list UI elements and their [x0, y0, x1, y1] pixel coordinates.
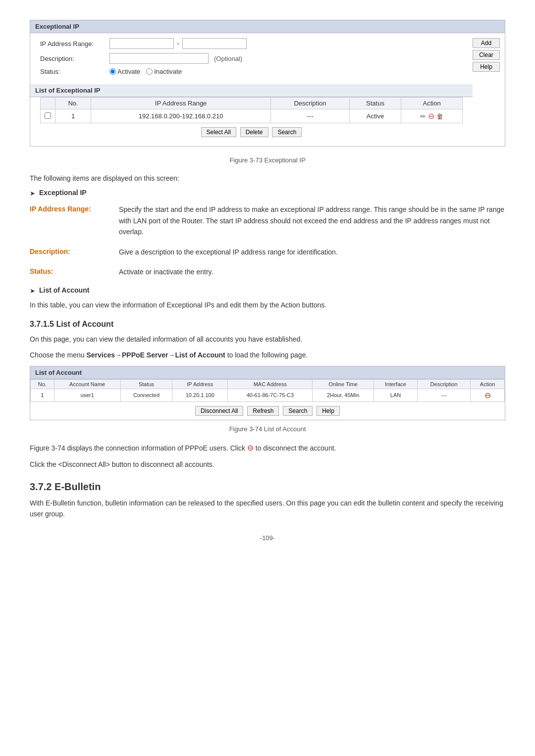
acol-mac: MAC Address	[228, 379, 313, 389]
acol-interface: Interface	[374, 379, 417, 389]
list-account-intro: In this table, you can view the informat…	[30, 300, 505, 310]
col-action: Action	[401, 98, 463, 109]
arow-description: ---	[417, 389, 470, 402]
account-panel: List of Account No. Account Name Status …	[30, 366, 505, 420]
delete-icon[interactable]: 🗑	[436, 112, 443, 120]
acol-online-time: Online Time	[313, 379, 374, 389]
status-controls: Activate Inactivate	[109, 68, 463, 75]
row-description: ---	[271, 109, 350, 123]
account-table: No. Account Name Status IP Address MAC A…	[30, 379, 505, 402]
arow-action: ⊖	[471, 389, 505, 402]
description-desc-label: Description:	[30, 247, 119, 255]
arrow-icon: ➤	[30, 190, 35, 197]
status-desc-content: Activate or inactivate the entry.	[119, 266, 505, 277]
panel-with-buttons: IP Address Range: - Description: (Option…	[30, 33, 505, 146]
arow-status: Connected	[120, 389, 172, 402]
ip-separator: -	[177, 40, 179, 48]
description-row: Description: (Optional)	[40, 53, 463, 64]
status-desc-label: Status:	[30, 266, 119, 275]
exceptional-ip-section-title: Exceptional IP	[39, 189, 87, 197]
panel-main: IP Address Range: - Description: (Option…	[30, 33, 473, 146]
exceptional-ip-panel-header: Exceptional IP	[30, 20, 505, 33]
help-button[interactable]: Help	[473, 62, 500, 72]
panel-body: IP Address Range: - Description: (Option…	[30, 33, 473, 84]
figure2-text1: Figure 3-74 displays the connection info…	[30, 444, 245, 452]
row-checkbox-cell	[41, 109, 55, 123]
list-of-account-section-heading: ➤ List of Account	[30, 286, 505, 295]
account-search-button[interactable]: Search	[283, 406, 313, 416]
figure1-caption: Figure 3-73 Exceptional IP	[30, 156, 505, 164]
activate-radio-label[interactable]: Activate	[109, 68, 140, 75]
activate-label: Activate	[117, 68, 140, 75]
exceptional-ip-table-section: No. IP Address Range Description Status …	[30, 97, 473, 146]
clear-button[interactable]: Clear	[473, 50, 500, 60]
description-input[interactable]	[109, 53, 209, 64]
intro-text: The following items are displayed on thi…	[30, 173, 505, 184]
select-all-button[interactable]: Select All	[201, 127, 236, 137]
description-desc-content: Give a description to the exceptional IP…	[119, 247, 505, 257]
acol-action: Action	[471, 379, 505, 389]
description-controls: (Optional)	[109, 53, 463, 64]
col-no: No.	[55, 98, 91, 109]
ip-range-end-input[interactable]	[182, 38, 247, 49]
acol-description: Description	[417, 379, 470, 389]
col-ip-range: IP Address Range	[91, 98, 271, 109]
figure2-caption: Figure 3-74 List of Account	[30, 425, 505, 433]
desc-section: IP Address Range: Specify the start and …	[30, 204, 505, 277]
search-button[interactable]: Search	[272, 127, 302, 137]
arow-mac: 40-61-86-7C-75-C3	[228, 389, 313, 402]
refresh-button[interactable]: Refresh	[247, 406, 279, 416]
action-icons: ✏ ⊖ 🗑	[405, 111, 458, 121]
exceptional-ip-table-header-row: No. IP Address Range Description Status …	[41, 98, 463, 109]
status-label: Status:	[40, 68, 109, 75]
ip-range-desc-content: Specify the start and the end IP address…	[119, 204, 505, 237]
delete-button[interactable]: Delete	[240, 127, 268, 137]
account-panel-header: List of Account	[30, 366, 505, 379]
col-description: Description	[271, 98, 350, 109]
disconnect-icon[interactable]: ⊖	[484, 391, 491, 400]
exceptional-ip-section-heading: ➤ Exceptional IP	[30, 189, 505, 197]
inactivate-radio-label[interactable]: Inactivate	[146, 68, 182, 75]
description-label: Description:	[40, 55, 109, 62]
arow-no: 1	[31, 389, 54, 402]
add-button[interactable]: Add	[473, 38, 500, 48]
account-help-button[interactable]: Help	[317, 406, 340, 416]
account-table-row: 1 user1 Connected 10.20.1.100 40-61-86-7…	[31, 389, 505, 402]
description-optional: (Optional)	[214, 55, 242, 62]
account-table-wrapper: No. Account Name Status IP Address MAC A…	[30, 379, 505, 420]
row-no: 1	[55, 109, 91, 123]
section-372-content: With E-Bulletin function, bulletin infor…	[30, 498, 505, 520]
edit-icon[interactable]: ✏	[420, 112, 426, 120]
figure2-text: Figure 3-74 displays the connection info…	[30, 442, 505, 454]
section-3715-intro: On this page, you can view the detailed …	[30, 334, 505, 345]
figure2-text3: Click the <Disconnect All> button to dis…	[30, 459, 505, 470]
section-372-title: 3.7.2 E-Bulletin	[30, 481, 505, 493]
row-action: ✏ ⊖ 🗑	[401, 109, 463, 123]
row-ip-range: 192.168.0.200-192.168.0.210	[91, 109, 271, 123]
acol-status: Status	[120, 379, 172, 389]
table-row: 1 192.168.0.200-192.168.0.210 --- Active…	[41, 109, 463, 123]
row-checkbox[interactable]	[45, 112, 51, 119]
figure2-text2: to disconnect the account.	[256, 444, 336, 452]
ip-range-row: IP Address Range: -	[40, 38, 463, 49]
ip-range-desc-row: IP Address Range: Specify the start and …	[30, 204, 505, 237]
ip-range-controls: -	[109, 38, 463, 49]
acol-ip: IP Address	[172, 379, 228, 389]
disconnect-all-button[interactable]: Disconnect All	[195, 406, 243, 416]
arow-account-name: user1	[54, 389, 120, 402]
description-desc-row: Description: Give a description to the e…	[30, 247, 505, 257]
inactivate-radio[interactable]	[146, 68, 153, 75]
ip-range-desc-label: IP Address Range:	[30, 204, 119, 213]
inactivate-label: Inactivate	[154, 68, 182, 75]
arow-interface: LAN	[374, 389, 417, 402]
panel-side-buttons: Add Clear Help	[473, 33, 505, 146]
ip-range-start-input[interactable]	[109, 38, 174, 49]
list-of-account-title: List of Account	[39, 286, 89, 294]
col-status: Status	[349, 98, 401, 109]
activate-radio[interactable]	[109, 68, 116, 75]
status-desc-row: Status: Activate or inactivate the entry…	[30, 266, 505, 277]
disable-icon[interactable]: ⊖	[428, 111, 434, 121]
status-row: Status: Activate Inactivate	[40, 68, 463, 75]
arow-online-time: 2Hour, 45Min	[313, 389, 374, 402]
exceptional-ip-table: No. IP Address Range Description Status …	[40, 97, 463, 123]
